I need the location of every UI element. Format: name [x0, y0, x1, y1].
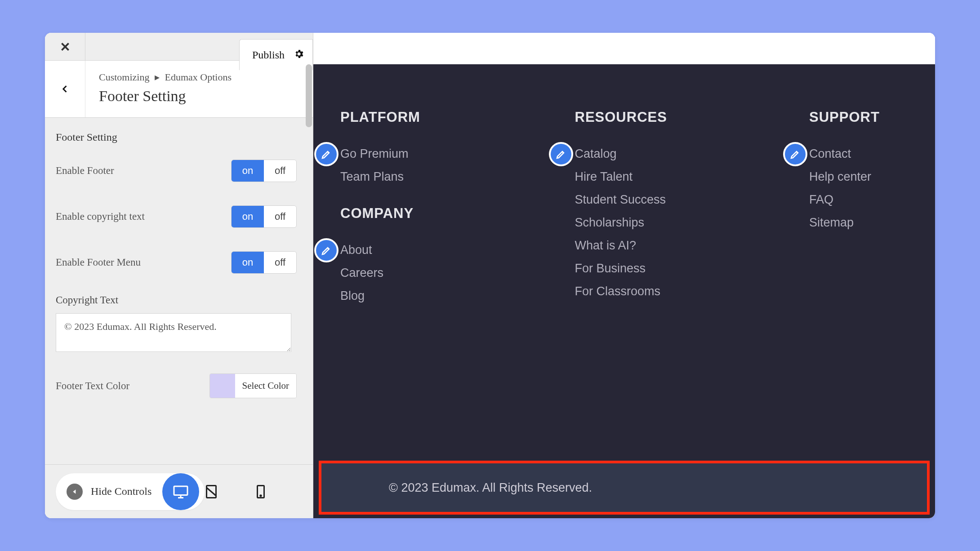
edit-shortcut-icon[interactable] [314, 142, 339, 166]
footer-link[interactable]: Careers [340, 266, 383, 280]
close-button[interactable] [45, 33, 85, 61]
hide-controls-pill[interactable]: Hide Controls [56, 473, 205, 510]
footer-link[interactable]: Catalog [575, 147, 617, 161]
gear-icon[interactable] [294, 49, 304, 61]
breadcrumb-text: Customizing ▸ Edumax Options Footer Sett… [85, 61, 245, 117]
bottom-controls: Hide Controls [45, 464, 313, 518]
toggle-off[interactable]: off [264, 252, 296, 273]
sidebar-top-bar: Publish [45, 33, 313, 61]
select-color-button[interactable]: Select Color [235, 374, 296, 398]
breadcrumb-parent: Customizing [99, 71, 149, 83]
svg-rect-0 [174, 486, 187, 495]
footer-heading: COMPANY [340, 205, 439, 222]
color-label: Footer Text Color [56, 380, 129, 392]
footer-link[interactable]: Student Success [575, 193, 666, 207]
footer-columns: PLATFORM Go Premium Team Plans COMPANY A… [340, 109, 908, 312]
footer-link[interactable]: Blog [340, 289, 365, 303]
toggle-row-enable-footer: Enable Footer on off [45, 148, 313, 194]
color-row: Footer Text Color Select Color [45, 354, 313, 411]
toggle-label: Enable Footer Menu [56, 257, 141, 268]
customizer-window: Publish Customizing ▸ Edumax Options Foo… [45, 33, 935, 518]
toggle-off[interactable]: off [264, 206, 296, 227]
hide-controls-icon [67, 484, 83, 500]
footer-link[interactable]: Sitemap [809, 216, 854, 230]
footer-link-item: Go Premium [340, 147, 439, 161]
toggle-off[interactable]: off [264, 160, 296, 182]
toggle-row-enable-copyright: Enable copyright text on off [45, 194, 313, 240]
hide-controls-label: Hide Controls [91, 485, 151, 498]
footer-link[interactable]: For Business [575, 262, 646, 276]
toggle-on[interactable]: on [232, 160, 264, 182]
customizer-sidebar: Publish Customizing ▸ Edumax Options Foo… [45, 33, 313, 518]
device-mobile-button[interactable] [242, 473, 279, 510]
footer-link[interactable]: What is AI? [575, 239, 637, 253]
section-title: Footer Setting [45, 118, 313, 148]
edit-shortcut-icon[interactable] [314, 238, 339, 262]
publish-button[interactable]: Publish [252, 49, 285, 61]
toggle-label: Enable copyright text [56, 211, 145, 222]
site-footer: PLATFORM Go Premium Team Plans COMPANY A… [313, 64, 935, 518]
toggle-enable-footer-menu[interactable]: on off [231, 251, 297, 274]
edit-shortcut-icon[interactable] [549, 142, 573, 166]
footer-link[interactable]: About [340, 243, 372, 257]
page-title: Footer Setting [99, 88, 232, 105]
preview-pane: PLATFORM Go Premium Team Plans COMPANY A… [313, 33, 935, 518]
footer-link[interactable]: Help center [809, 170, 871, 184]
toggle-on[interactable]: on [232, 206, 264, 227]
footer-link[interactable]: FAQ [809, 193, 833, 207]
footer-heading: RESOURCES [575, 109, 674, 125]
footer-col-support: SUPPORT Contact Help center FAQ Sitemap [809, 109, 908, 312]
settings-body[interactable]: Footer Setting Enable Footer on off Enab… [45, 118, 313, 464]
footer-heading: SUPPORT [809, 109, 908, 125]
footer-heading: PLATFORM [340, 109, 439, 125]
footer-link[interactable]: Scholarships [575, 216, 645, 230]
footer-link[interactable]: Team Plans [340, 170, 404, 184]
color-picker[interactable]: Select Color [209, 373, 297, 398]
footer-col-resources: RESOURCES Catalog Hire Talent Student Su… [575, 109, 674, 312]
breadcrumb-separator-icon: ▸ [155, 71, 160, 83]
svg-point-3 [260, 495, 261, 496]
copyright-bar: © 2023 Edumax. All Rights Reserved. [319, 461, 930, 515]
footer-link-item: Contact [809, 147, 908, 161]
toggle-label: Enable Footer [56, 165, 114, 177]
toggle-enable-copyright[interactable]: on off [231, 205, 297, 228]
toggle-enable-footer[interactable]: on off [231, 160, 297, 182]
footer-link-item: About [340, 243, 439, 257]
breadcrumb-child: Edumax Options [165, 71, 232, 83]
device-tablet-button[interactable] [193, 473, 230, 510]
toggle-on[interactable]: on [232, 252, 264, 273]
close-icon [59, 41, 71, 53]
footer-link[interactable]: Contact [809, 147, 851, 161]
desktop-icon [173, 484, 189, 500]
chevron-left-icon [61, 83, 70, 95]
copyright-text-label: Copyright Text [45, 285, 313, 313]
footer-link[interactable]: For Classrooms [575, 284, 661, 298]
back-button[interactable] [45, 61, 85, 117]
copyright-text-input[interactable] [56, 313, 291, 352]
tablet-icon [203, 484, 219, 500]
mobile-icon [253, 484, 269, 500]
toggle-row-enable-footer-menu: Enable Footer Menu on off [45, 240, 313, 285]
copyright-text: © 2023 Edumax. All Rights Reserved. [389, 481, 592, 495]
footer-link-item: Catalog [575, 147, 674, 161]
publish-group: Publish [239, 39, 313, 70]
color-swatch[interactable] [210, 374, 235, 398]
footer-col-platform: PLATFORM Go Premium Team Plans COMPANY A… [340, 109, 439, 312]
footer-link[interactable]: Hire Talent [575, 170, 633, 184]
footer-link[interactable]: Go Premium [340, 147, 409, 161]
preview-top-spacer [313, 33, 935, 64]
edit-shortcut-icon[interactable] [783, 142, 807, 166]
